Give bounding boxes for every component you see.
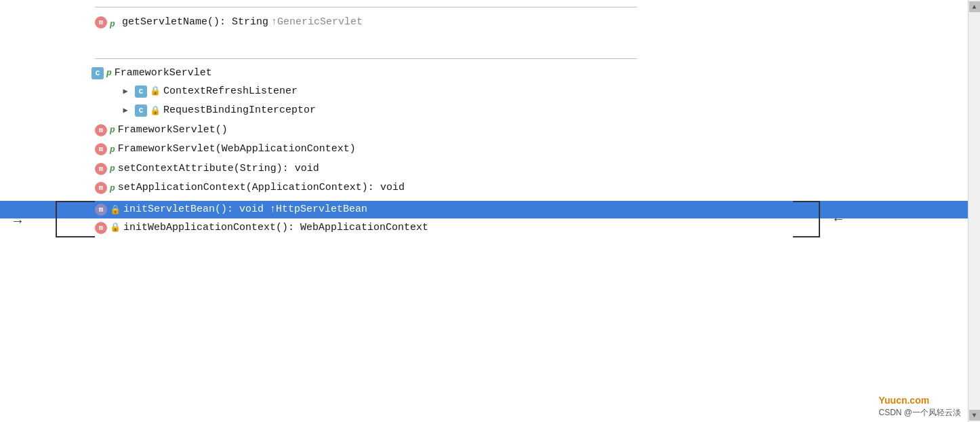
right-bracket-top [793, 201, 820, 202]
getservletname-override: ↑GenericServlet [271, 15, 363, 31]
protected-icon-frameworkservlet: p [106, 68, 112, 78]
right-bracket-vert [819, 201, 820, 238]
class-badge-context: C [135, 85, 147, 98]
right-arrow-indicator: ← [834, 211, 842, 227]
framework-servlet-constructor2-text: FrameworkServlet(WebApplicationContext) [118, 142, 356, 157]
framework-servlet-constructor-row[interactable]: m p FrameworkServlet() [0, 121, 968, 140]
init-web-application-context-row[interactable]: m 🔒 initWebApplicationContext(): WebAppl… [0, 218, 968, 238]
top-separator [95, 7, 637, 7]
init-servlet-bean-text: initServletBean(): void ↑HttpServletBean [123, 204, 367, 215]
protected-icon-sac: p [110, 182, 115, 195]
framework-servlet-constructor-text: FrameworkServlet() [118, 123, 228, 138]
set-context-attribute-text: setContextAttribute(String): void [118, 161, 319, 177]
framework-servlet-constructor2-row[interactable]: m p FrameworkServlet(WebApplicationConte… [0, 140, 968, 159]
class-badge-frameworkservlet: C [91, 67, 104, 79]
scroll-up[interactable]: ▲ [969, 1, 980, 12]
expand-arrow-context[interactable]: ▶ [119, 85, 132, 98]
left-bracket-vert [56, 201, 57, 238]
main-container: m p getServletName(): String ↑GenericSer… [0, 0, 980, 422]
set-context-attribute-row[interactable]: m p setContextAttribute(String): void [0, 159, 968, 179]
scroll-down[interactable]: ▼ [969, 410, 980, 421]
lock-icon-iwac: 🔒 [110, 221, 121, 235]
framework-servlet-header[interactable]: C p FrameworkServlet [0, 64, 968, 82]
get-servlet-name-row[interactable]: m p getServletName(): String ↑GenericSer… [0, 13, 968, 33]
request-binding-interceptor-text: RequestBindingInterceptor [163, 103, 316, 119]
watermark-site: Yuucn.com [878, 395, 961, 406]
request-binding-interceptor-row[interactable]: ▶ C 🔒 RequestBindingInterceptor [0, 101, 968, 121]
protected-icon-fsc: p [110, 123, 115, 137]
watermark-platform: CSDN @一个风轻云淡 [878, 407, 961, 419]
getservletname-text: getServletName(): String [122, 15, 268, 31]
box-wrapper: ← → m 🔒 initServletBean(): void ↑HttpSer… [0, 201, 968, 238]
method-badge-isb: m [95, 204, 107, 216]
left-arrow-indicator: → [14, 214, 22, 229]
method-badge-fsc2: m [95, 143, 107, 155]
protected-icon-fsc2: p [110, 143, 115, 157]
protected-icon-getservletname: p [110, 18, 119, 27]
watermark: Yuucn.com CSDN @一个风轻云淡 [878, 395, 961, 419]
left-bracket-top [56, 201, 95, 202]
method-badge-iwac: m [95, 222, 107, 234]
spacer1 [0, 33, 968, 53]
class-badge-request: C [135, 104, 147, 117]
context-refresh-listener-row[interactable]: ▶ C 🔒 ContextRefreshListener [0, 82, 968, 102]
right-bracket-bottom [793, 236, 820, 237]
framework-separator [95, 58, 637, 59]
init-servlet-bean-row[interactable]: m 🔒 initServletBean(): void ↑HttpServlet… [0, 201, 968, 218]
content-area: m p getServletName(): String ↑GenericSer… [0, 0, 968, 422]
expand-arrow-request[interactable]: ▶ [119, 104, 132, 117]
set-application-context-row[interactable]: m p setApplicationContext(ApplicationCon… [0, 178, 968, 198]
method-badge-sac: m [95, 182, 107, 194]
lock-icon-request: 🔒 [150, 104, 161, 118]
lock-icon-context: 🔒 [150, 85, 161, 98]
left-bracket-bottom [56, 236, 95, 237]
protected-icon-sca: p [110, 162, 115, 176]
method-badge-fsc: m [95, 124, 107, 136]
right-scrollbar: ▲ ▼ [968, 0, 980, 422]
method-badge-getservletname: m [95, 16, 107, 28]
set-application-context-text: setApplicationContext(ApplicationContext… [118, 180, 405, 196]
method-badge-sca: m [95, 163, 107, 175]
framework-servlet-title: FrameworkServlet [115, 67, 212, 79]
lock-icon-isb: 🔒 [110, 204, 121, 215]
init-web-application-context-text: initWebApplicationContext(): WebApplicat… [123, 220, 428, 236]
context-refresh-listener-text: ContextRefreshListener [163, 84, 298, 100]
